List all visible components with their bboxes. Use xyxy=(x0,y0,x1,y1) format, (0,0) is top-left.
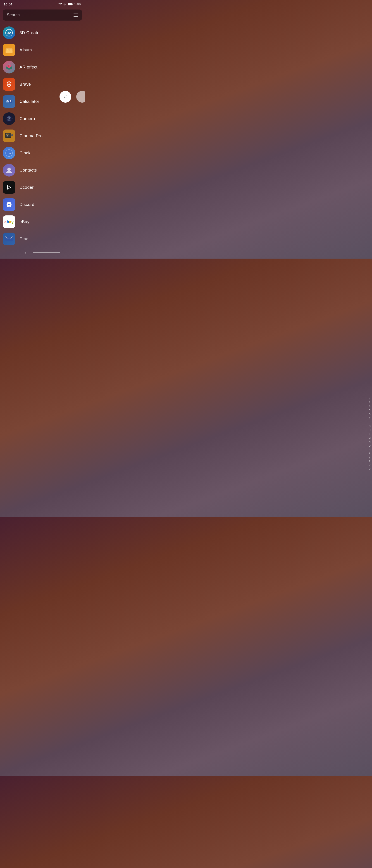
app-item-3d-creator[interactable]: 3D 3D Creator xyxy=(3,24,82,41)
svg-text:b: b xyxy=(7,220,9,224)
app-icon-discord xyxy=(3,198,16,211)
app-icon-album xyxy=(3,43,16,56)
search-bar[interactable]: Search xyxy=(3,9,82,21)
app-name-3d-creator: 3D Creator xyxy=(20,30,41,35)
clock-graphic xyxy=(5,149,13,157)
back-arrow[interactable]: ‹ xyxy=(25,250,26,255)
airplane-icon xyxy=(63,2,66,6)
app-name-ebay: eBay xyxy=(20,219,29,224)
app-icon-ebay: e b a y xyxy=(3,215,16,228)
app-name-brave: Brave xyxy=(20,82,31,87)
status-bar: 10:54 100% xyxy=(0,0,85,7)
svg-text:=: = xyxy=(10,101,11,102)
svg-text:a: a xyxy=(9,220,11,224)
battery-percentage: 100% xyxy=(74,2,81,6)
app-name-discord: Discord xyxy=(20,202,34,207)
svg-rect-35 xyxy=(6,133,7,134)
svg-point-34 xyxy=(6,135,8,136)
app-icon-calculator: − + × = − × + × − = xyxy=(3,95,16,108)
dcoder-graphic xyxy=(5,183,13,192)
svg-point-48 xyxy=(5,184,13,191)
app-item-ar-effect[interactable]: AR effect xyxy=(3,59,82,76)
hamburger-icon[interactable] xyxy=(74,13,78,17)
app-name-ar-effect: AR effect xyxy=(20,65,37,70)
app-item-clock[interactable]: Clock xyxy=(3,145,82,162)
svg-point-10 xyxy=(9,64,9,65)
discord-graphic xyxy=(5,200,13,209)
app-item-camera[interactable]: Camera xyxy=(3,110,82,127)
ar-effect-graphic xyxy=(5,63,13,71)
3d-creator-graphic: 3D xyxy=(5,29,13,37)
app-icon-cinema-pro xyxy=(3,129,16,142)
app-name-email: Email xyxy=(20,237,31,241)
svg-rect-2 xyxy=(68,3,72,5)
app-name-calculator: Calculator xyxy=(20,99,39,104)
hash-symbol: # xyxy=(64,94,67,100)
email-graphic xyxy=(5,236,13,242)
svg-point-52 xyxy=(9,204,10,205)
album-graphic xyxy=(5,47,13,53)
svg-text:3D: 3D xyxy=(7,31,11,34)
app-item-album[interactable]: Album xyxy=(3,41,82,59)
svg-rect-1 xyxy=(73,4,73,5)
svg-marker-32 xyxy=(11,134,13,136)
svg-point-25 xyxy=(8,118,10,119)
contacts-graphic xyxy=(5,166,13,175)
svg-text:e: e xyxy=(4,220,6,224)
app-name-dcoder: Dcoder xyxy=(20,185,33,190)
app-name-camera: Camera xyxy=(20,116,35,121)
app-item-email[interactable]: Email xyxy=(3,230,82,248)
app-item-discord[interactable]: Discord xyxy=(3,196,82,213)
bottom-bar: ‹ xyxy=(0,248,85,258)
status-time: 10:54 xyxy=(4,2,12,6)
wifi-icon xyxy=(58,3,62,5)
search-placeholder: Search xyxy=(7,13,20,18)
battery-icon xyxy=(68,3,73,5)
cinema-pro-graphic xyxy=(5,131,13,140)
app-icon-dcoder xyxy=(3,181,16,194)
svg-point-47 xyxy=(7,168,11,171)
app-icon-3d-creator: 3D xyxy=(3,26,16,39)
calculator-graphic: − + × = − × + × − = xyxy=(5,98,13,105)
svg-text:y: y xyxy=(11,220,13,224)
app-item-contacts[interactable]: Contacts xyxy=(3,162,82,179)
svg-point-42 xyxy=(8,153,9,153)
app-icon-brave xyxy=(3,78,16,91)
app-icon-camera xyxy=(3,112,16,125)
app-icon-contacts xyxy=(3,164,16,177)
brave-graphic xyxy=(5,81,13,88)
camera-graphic xyxy=(5,114,13,123)
svg-point-51 xyxy=(8,204,9,205)
app-icon-email xyxy=(3,232,16,245)
app-item-brave[interactable]: Brave xyxy=(3,76,82,93)
svg-rect-37 xyxy=(8,133,9,134)
svg-point-9 xyxy=(8,65,9,67)
app-name-album: Album xyxy=(20,48,32,53)
svg-point-7 xyxy=(7,49,8,50)
app-list: # 3D 3D Creator Album xyxy=(0,24,85,248)
app-item-dcoder[interactable]: Dcoder xyxy=(3,179,82,196)
status-icons: 100% xyxy=(58,2,81,6)
app-item-ebay[interactable]: e b a y eBay xyxy=(3,213,82,230)
app-name-clock: Clock xyxy=(20,151,31,156)
app-name-cinema-pro: Cinema Pro xyxy=(20,133,42,138)
home-pill[interactable] xyxy=(33,252,60,253)
hash-bubble[interactable]: # xyxy=(59,91,71,103)
app-icon-clock xyxy=(3,147,16,159)
svg-rect-36 xyxy=(7,133,8,134)
ebay-graphic: e b a y xyxy=(4,219,14,225)
app-item-cinema-pro[interactable]: Cinema Pro xyxy=(3,127,82,145)
app-icon-ar-effect xyxy=(3,61,16,73)
app-name-contacts: Contacts xyxy=(20,168,37,173)
svg-text:−: − xyxy=(7,101,8,102)
